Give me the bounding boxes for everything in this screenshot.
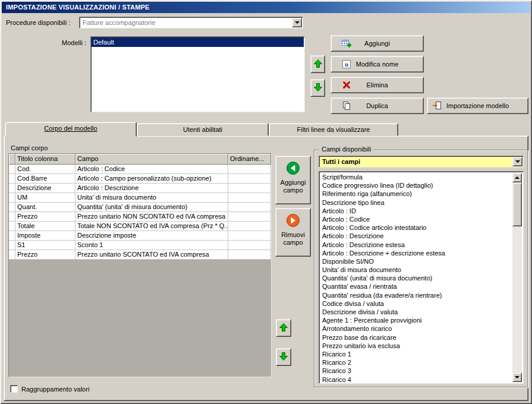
tab-corpo-del-modello[interactable]: Corpo del modello bbox=[5, 122, 137, 137]
list-item[interactable]: Arrotondamento ricarico bbox=[320, 324, 512, 333]
field-filter-value: Tutti i campi bbox=[319, 156, 524, 168]
row-indicator bbox=[9, 203, 15, 212]
table-cell: Articolo : Descrizione bbox=[75, 184, 228, 193]
tab-filtri-linee[interactable]: Filtri linee da visualizzare bbox=[269, 123, 398, 136]
list-item[interactable]: Quantita' (unita' di misura documento) bbox=[320, 274, 512, 282]
field-filter-dropdown-button[interactable] bbox=[512, 157, 522, 166]
tab-utenti-abilitati[interactable]: Utenti abilitati bbox=[137, 123, 269, 136]
table-cell bbox=[228, 203, 271, 212]
field-move-up-button[interactable] bbox=[276, 319, 291, 337]
raggruppamento-checkbox[interactable] bbox=[10, 385, 18, 393]
table-cell: Articolo : Campo personalizzato (sub-opz… bbox=[75, 174, 228, 184]
elimina-label: Elimina bbox=[331, 81, 423, 89]
table-cell: Articolo : Codice bbox=[75, 165, 228, 174]
tab-corpo-label: Corpo del modello bbox=[44, 125, 97, 132]
list-item[interactable]: Ricarico 3 bbox=[320, 367, 512, 375]
list-item[interactable]: Disponibile SI/NO bbox=[320, 257, 512, 266]
list-item[interactable]: Quantita' residua (da evadere/a rientrar… bbox=[320, 291, 512, 299]
chevron-down-icon bbox=[515, 160, 520, 163]
modelli-list[interactable]: Default bbox=[90, 36, 305, 112]
list-item[interactable]: Unita' di misura documento bbox=[320, 266, 512, 274]
table-row[interactable]: Quant.Quantita' (unita' di misura docume… bbox=[9, 203, 271, 212]
table-row[interactable]: TotaleTotale NON SCONTATO ed IVA compres… bbox=[9, 222, 271, 231]
title-bar[interactable]: IMPOSTAZIONE VISUALIZZAZIONI / STAMPE bbox=[2, 2, 530, 13]
aggiungi-button[interactable]: Aggiungi bbox=[330, 35, 424, 52]
procedure-dropdown-button[interactable] bbox=[292, 18, 302, 27]
scrollbar-thumb[interactable] bbox=[512, 182, 522, 226]
add-field-button[interactable]: Aggiungi campo bbox=[275, 156, 311, 204]
modelli-label: Modelli : bbox=[33, 39, 86, 46]
table-row[interactable]: DescrizioneArticolo : Descrizione bbox=[9, 184, 271, 193]
model-move-up-button[interactable] bbox=[310, 55, 325, 73]
list-item[interactable]: Prezzo base da ricaricare bbox=[320, 333, 512, 342]
list-item[interactable]: Articolo : ID bbox=[320, 207, 512, 215]
table-row[interactable]: ImposteDescrizione imposte bbox=[9, 231, 271, 241]
list-item[interactable]: Articolo : Descrizione estesa bbox=[320, 241, 512, 249]
list-item[interactable]: Articolo : Descrizione + descrizione est… bbox=[320, 249, 512, 257]
table-row[interactable]: Cod.BarreArticolo : Campo personalizzato… bbox=[9, 174, 271, 184]
row-indicator bbox=[9, 222, 15, 231]
table-cell: Prezzo unitario NON SCONTATO ed IVA comp… bbox=[75, 212, 228, 222]
green-up-arrow-icon bbox=[279, 323, 288, 333]
campi-corpo-grid[interactable]: Titolo colonna Campo Ordiname... Cod.Art… bbox=[8, 153, 272, 377]
campi-disponibili-listbox[interactable]: Script/formulaCodice progressivo linea (… bbox=[319, 171, 524, 384]
modifica-nome-label: Modifica nome bbox=[331, 61, 423, 68]
list-item[interactable]: Articolo : Descrizione bbox=[320, 232, 512, 240]
duplica-button[interactable]: Duplica bbox=[330, 97, 424, 114]
scroll-down-button[interactable] bbox=[512, 373, 522, 382]
list-item[interactable]: Quantita' evasa / rientrata bbox=[320, 282, 512, 291]
list-item[interactable]: Descrizione divisa / valuta bbox=[320, 308, 512, 316]
raggruppamento-label[interactable]: Raggruppamento valori bbox=[21, 386, 89, 393]
grid-header-campo[interactable]: Campo bbox=[75, 154, 228, 165]
model-move-down-button[interactable] bbox=[310, 79, 325, 97]
table-row[interactable]: Cod.Articolo : Codice bbox=[9, 165, 271, 174]
list-item[interactable]: Script/formula bbox=[320, 173, 512, 181]
importazione-modello-label: Importazione modello bbox=[427, 102, 528, 109]
list-item[interactable]: Articolo : Codice articolo intestatario bbox=[320, 223, 512, 232]
table-cell bbox=[228, 165, 271, 174]
add-field-label: Aggiungi campo bbox=[276, 179, 310, 194]
modifica-nome-button[interactable]: n Modifica nome bbox=[330, 56, 424, 72]
table-cell: Descrizione bbox=[15, 184, 75, 193]
list-item[interactable]: Ricarico 2 bbox=[320, 358, 512, 367]
table-cell bbox=[228, 174, 271, 184]
list-item[interactable]: Descrizione tipo linea bbox=[320, 198, 512, 207]
scroll-up-button[interactable] bbox=[512, 173, 522, 182]
duplica-label: Duplica bbox=[331, 102, 423, 109]
list-item[interactable]: Riferimento riga (alfanumerico) bbox=[320, 190, 512, 198]
campi-corpo-label: Campi corpo bbox=[11, 144, 48, 152]
green-left-arrow-icon bbox=[285, 160, 301, 177]
list-item[interactable]: Prezzo unitario iva esclusa bbox=[320, 342, 512, 350]
list-item[interactable]: Ricarico 1 bbox=[320, 350, 512, 358]
table-row[interactable]: PrezzoPrezzo unitario SCONTATO ed IVA co… bbox=[9, 250, 271, 260]
table-cell: Sconto 1 bbox=[75, 241, 228, 250]
grid-header-ordinamento[interactable]: Ordiname... bbox=[228, 154, 271, 165]
green-down-arrow-icon bbox=[313, 83, 323, 93]
table-cell bbox=[228, 212, 271, 222]
importazione-modello-button[interactable]: Importazione modello bbox=[427, 97, 528, 114]
procedure-combobox[interactable]: Fatture accompagnatorie bbox=[79, 17, 303, 29]
tab-filtri-label: Filtri linee da visualizzare bbox=[297, 126, 370, 133]
remove-field-button[interactable]: Rimuovi campo bbox=[275, 208, 311, 257]
list-item[interactable]: Ricarico 4 bbox=[320, 375, 512, 383]
row-indicator bbox=[9, 250, 15, 260]
table-row[interactable]: PrezzoPrezzo unitario NON SCONTATO ed IV… bbox=[9, 212, 271, 222]
list-item[interactable]: Codice divisa / valuta bbox=[320, 299, 512, 308]
list-item[interactable]: Codice progressivo linea (ID dettaglio) bbox=[320, 181, 512, 190]
table-cell bbox=[228, 231, 271, 241]
grid-header: Titolo colonna Campo Ordiname... bbox=[9, 154, 271, 165]
modelli-item[interactable]: Default bbox=[92, 37, 304, 47]
table-cell: Totale NON SCONTATO ed IVA compresa (Prz… bbox=[75, 222, 228, 231]
field-move-down-button[interactable] bbox=[276, 348, 291, 366]
elimina-button[interactable]: Elimina bbox=[330, 77, 424, 93]
table-row[interactable]: UMUnita' di misura documento bbox=[9, 193, 271, 203]
vertical-scrollbar[interactable] bbox=[512, 173, 522, 382]
list-item[interactable]: Agente 1 : Percentuale provvigioni bbox=[320, 316, 512, 324]
campi-disponibili-list: Script/formulaCodice progressivo linea (… bbox=[320, 173, 512, 382]
scroll-down-arrow-icon bbox=[515, 376, 520, 378]
grid-header-titolo-colonna[interactable]: Titolo colonna bbox=[15, 154, 75, 165]
field-filter-combobox[interactable]: Tutti i campi bbox=[319, 156, 524, 168]
list-item[interactable]: Articolo : Codice bbox=[320, 215, 512, 223]
table-cell: Prezzo bbox=[15, 212, 75, 222]
table-row[interactable]: S1Sconto 1 bbox=[9, 241, 271, 250]
